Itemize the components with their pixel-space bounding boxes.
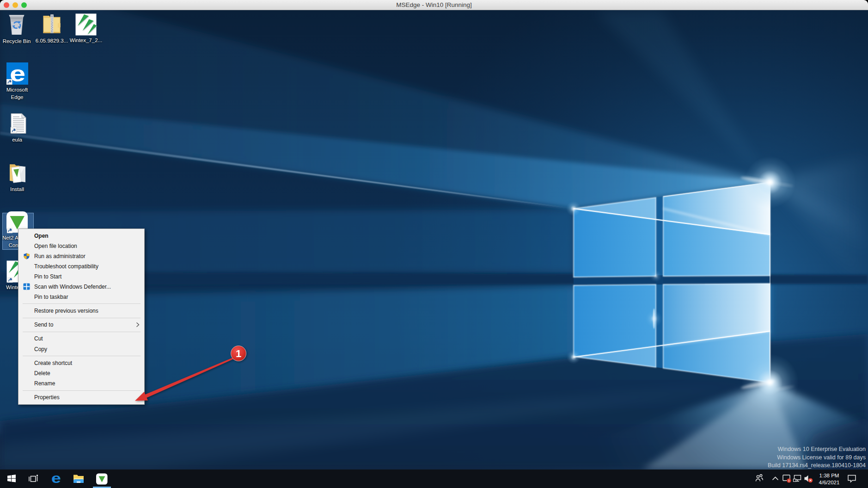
svg-text:e: e — [51, 471, 61, 486]
svg-text:!: ! — [789, 479, 790, 483]
svg-text:1: 1 — [236, 348, 241, 359]
